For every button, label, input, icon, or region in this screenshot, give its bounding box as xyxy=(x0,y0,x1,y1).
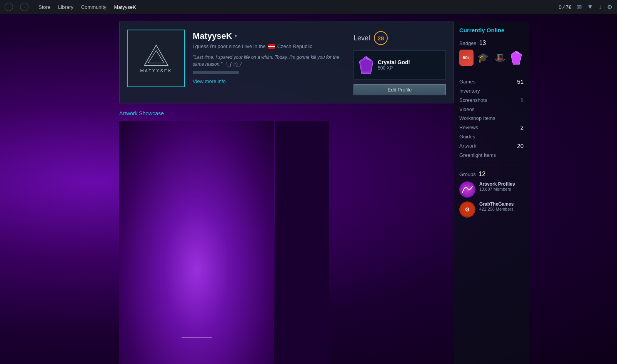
nav-links: Store Library Community MatyyseK xyxy=(38,4,136,10)
group-grabthegames[interactable]: G GrabTheGames 422,258 Members xyxy=(459,201,524,218)
showcase-content xyxy=(119,121,329,364)
group-grab-avatar-bg: G xyxy=(459,201,475,218)
badge-hat[interactable]: 🎩 xyxy=(493,50,507,66)
videos-row[interactable]: Videos xyxy=(459,105,524,114)
group-artwork-avatar xyxy=(459,181,475,198)
greenlight-label: Greenlight Items xyxy=(459,152,496,158)
avatar-triangle-svg xyxy=(143,44,170,67)
topbar-right: 0,47€ ✉ ▼ ↓ ⚙ xyxy=(559,3,612,11)
back-button[interactable]: ← xyxy=(5,3,13,11)
badges-label: Badges xyxy=(459,40,476,46)
profile-info: MatyyseK ▾ i guess i'm poor since i live… xyxy=(193,30,346,95)
reviews-row[interactable]: Reviews 2 xyxy=(459,123,524,132)
crystal-name: Crystal God! xyxy=(378,59,410,65)
showcase-title: Artwork Showcase xyxy=(119,109,329,118)
inventory-label: Inventory xyxy=(459,88,480,94)
svg-point-7 xyxy=(460,182,475,197)
group-grab-name: GrabTheGames xyxy=(479,201,514,207)
screenshots-label: Screenshots xyxy=(459,97,487,103)
profile-username: MatyyseK xyxy=(193,31,232,41)
badge-crystal[interactable] xyxy=(509,50,524,66)
showcase-divider xyxy=(182,337,212,338)
crystal-card: Crystal God! 500 XP xyxy=(354,50,446,80)
guides-row[interactable]: Guides xyxy=(459,132,524,141)
username-row: MatyyseK ▾ xyxy=(193,31,346,41)
country-name: Czech Republic xyxy=(277,43,312,49)
reviews-label: Reviews xyxy=(459,125,478,130)
nav-community[interactable]: Community xyxy=(81,4,107,10)
avatar-inner: MATYYSEK xyxy=(140,44,172,73)
svg-text:G: G xyxy=(465,206,470,213)
stats-section: Games 51 Inventory Screenshots 1 Videos … xyxy=(459,77,524,160)
screenshots-row[interactable]: Screenshots 1 xyxy=(459,95,524,105)
crystal-info: Crystal God! 500 XP xyxy=(378,59,410,71)
status-bar xyxy=(193,71,239,74)
settings-icon[interactable]: ⚙ xyxy=(607,3,612,11)
location-row: i guess i'm poor since i live in the Cze… xyxy=(193,43,346,49)
avatar: MATYYSEK xyxy=(127,30,185,87)
reviews-count: 2 xyxy=(520,124,524,131)
username-dropdown[interactable]: ▾ xyxy=(235,33,237,39)
profile-section: MATYYSEK MatyyseK ▾ i guess i'm poor sin… xyxy=(119,22,454,364)
greenlight-row[interactable]: Greenlight Items xyxy=(459,151,524,160)
showcase-side-panel xyxy=(275,121,329,364)
games-count: 51 xyxy=(517,78,524,85)
crystal-gem-icon xyxy=(359,56,373,74)
avatar-text: MATYYSEK xyxy=(140,68,172,73)
artwork-count: 20 xyxy=(517,143,524,149)
artwork-showcase: Artwork Showcase xyxy=(119,109,329,364)
group-artwork-avatar-bg xyxy=(459,181,475,198)
download-icon[interactable]: ↓ xyxy=(599,3,602,10)
level-header: Level 28 xyxy=(354,30,446,45)
games-row[interactable]: Games 51 xyxy=(459,77,524,86)
groups-section: Groups 12 Artwork Profiles 13,887 Member… xyxy=(459,171,524,218)
screenshots-count: 1 xyxy=(520,97,524,103)
workshop-label: Workshop Items xyxy=(459,115,495,121)
location-text: i guess i'm poor since i live in the xyxy=(193,43,266,49)
guides-label: Guides xyxy=(459,134,475,140)
forward-button[interactable]: → xyxy=(20,3,28,11)
topbar: ← → Store Library Community MatyyseK 0,4… xyxy=(0,0,617,14)
workshop-row[interactable]: Workshop Items xyxy=(459,114,524,123)
level-label: Level xyxy=(354,34,370,42)
badges-section: Badges 13 50+ 🎓 🎩 xyxy=(459,40,524,66)
right-panel: Currently Online Badges 13 50+ 🎓 🎩 xyxy=(454,22,529,364)
group-artwork-members: 13,887 Members xyxy=(479,187,515,191)
groups-count: 12 xyxy=(479,171,485,177)
groups-header: Groups 12 xyxy=(459,171,524,178)
svg-marker-0 xyxy=(144,45,168,65)
svg-marker-1 xyxy=(148,50,164,63)
profile-card: MATYYSEK MatyyseK ▾ i guess i'm poor sin… xyxy=(119,22,454,103)
level-section: Level 28 Crystal God! 500 XP Edit Profil… xyxy=(354,30,446,95)
group-artwork-profiles[interactable]: Artwork Profiles 13,887 Members xyxy=(459,181,524,198)
badge-50plus[interactable]: 50+ xyxy=(459,50,474,66)
account-icon[interactable]: ▼ xyxy=(587,3,593,10)
badges-row: 50+ 🎓 🎩 xyxy=(459,50,524,66)
groups-label: Groups xyxy=(459,171,476,177)
nav-username[interactable]: MatyyseK xyxy=(114,4,136,10)
games-label: Games xyxy=(459,79,475,85)
badges-header: Badges 13 xyxy=(459,40,524,47)
group-grab-members: 422,258 Members xyxy=(479,207,514,211)
nav-controls: ← → Store Library Community MatyyseK xyxy=(5,3,136,11)
group-grab-avatar: G xyxy=(459,201,475,218)
videos-label: Videos xyxy=(459,106,475,112)
balance-display: 0,47€ xyxy=(559,4,572,10)
group-artwork-name: Artwork Profiles xyxy=(479,181,515,187)
edit-profile-button[interactable]: Edit Profile xyxy=(354,84,446,95)
group-grab-info: GrabTheGames 422,258 Members xyxy=(479,201,514,218)
showcase-main-image[interactable] xyxy=(119,121,274,364)
mail-icon[interactable]: ✉ xyxy=(577,3,582,11)
main-content: MATYYSEK MatyyseK ▾ i guess i'm poor sin… xyxy=(0,14,617,364)
divider-2 xyxy=(459,166,524,166)
nav-library[interactable]: Library xyxy=(58,4,73,10)
flag-icon xyxy=(268,44,275,49)
crystal-xp: 500 XP xyxy=(378,65,410,71)
badges-count: 13 xyxy=(479,40,486,46)
inventory-row[interactable]: Inventory xyxy=(459,86,524,95)
nav-store[interactable]: Store xyxy=(38,4,50,10)
view-more-link[interactable]: View more info xyxy=(193,78,226,84)
group-artwork-info: Artwork Profiles 13,887 Members xyxy=(479,181,515,198)
badge-school[interactable]: 🎓 xyxy=(476,50,490,66)
artwork-row[interactable]: Artwork 20 xyxy=(459,141,524,151)
